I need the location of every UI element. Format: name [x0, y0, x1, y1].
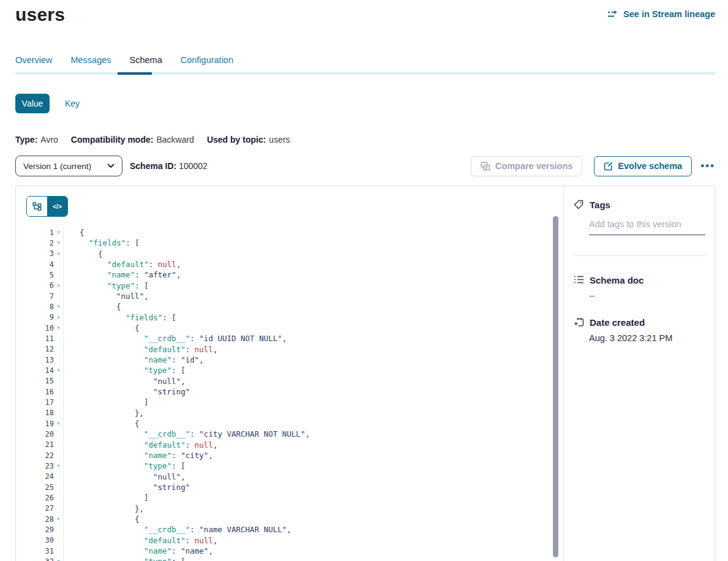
fold-toggle-icon[interactable]: ▼ [54, 301, 64, 312]
compare-versions-button[interactable]: Compare versions [471, 156, 583, 176]
stream-lineage-link[interactable]: See in Stream lineage [607, 9, 715, 19]
line-number: 5 [16, 271, 54, 279]
line-number: 7 [16, 292, 54, 301]
code-text: "default": null, [64, 260, 554, 269]
tree-view-button[interactable] [27, 197, 47, 216]
line-number: 2 [16, 239, 54, 247]
key-toggle-button[interactable]: Key [65, 99, 80, 108]
fold-spacer [54, 524, 64, 535]
fold-toggle-icon[interactable]: ▼ [54, 418, 64, 429]
line-number: 14 [16, 366, 54, 375]
code-line: 27}, [16, 503, 554, 514]
code-line: 17] [16, 397, 554, 407]
schema-doc-value: -- [589, 291, 705, 301]
line-number: 26 [16, 494, 54, 502]
line-number: 4 [16, 260, 54, 269]
chevron-down-icon [107, 164, 114, 168]
code-text: ] [64, 493, 554, 502]
tag-icon [574, 200, 584, 210]
version-select[interactable]: Version 1 (current) [15, 156, 122, 176]
tab-overview[interactable]: Overview [15, 55, 52, 65]
fold-spacer [54, 472, 64, 482]
fold-toggle-icon[interactable]: ▼ [54, 312, 64, 323]
fold-spacer [54, 376, 64, 386]
line-number: 32 [16, 557, 54, 561]
code-line: 22"name": "city", [16, 450, 554, 461]
line-number: 31 [16, 547, 54, 555]
code-text: "default": null, [64, 440, 554, 450]
code-line: 11"__crdb__": "id UUID NOT NULL", [16, 333, 554, 344]
fold-toggle-icon[interactable]: ▼ [54, 323, 64, 333]
fold-toggle-icon[interactable]: ▼ [54, 556, 64, 561]
code-line: 12"default": null, [16, 344, 554, 355]
type-value: Avro [40, 135, 58, 145]
date-created-title: Date created [590, 317, 645, 328]
code-text: "fields": [ [64, 238, 554, 247]
code-text: "__crdb__": "name VARCHAR NULL", [64, 525, 554, 534]
code-text: { [64, 514, 554, 524]
code-line: 1▼{ [16, 227, 554, 238]
line-number: 23 [16, 462, 54, 470]
code-text: "type": [ [64, 461, 554, 470]
code-line: 25"string" [16, 482, 554, 492]
code-text: { [64, 228, 554, 237]
fold-toggle-icon[interactable]: ▼ [54, 227, 64, 238]
code-text: "null", [64, 292, 554, 301]
line-number: 12 [16, 345, 54, 353]
code-line: 31"name": "name", [16, 546, 554, 556]
fold-toggle-icon[interactable]: ▼ [54, 461, 64, 471]
code-line: 9▼"fields": [ [16, 312, 554, 323]
line-number: 3 [16, 249, 54, 258]
evolve-schema-button[interactable]: Evolve schema [594, 156, 692, 176]
fold-toggle-icon[interactable]: ▼ [54, 514, 64, 524]
code-text: "fields": [ [64, 313, 554, 322]
line-number: 21 [16, 440, 54, 449]
compare-versions-label: Compare versions [495, 161, 573, 171]
code-text: "name": "id", [64, 355, 554, 364]
line-number: 8 [16, 303, 54, 311]
fold-toggle-icon[interactable]: ▼ [54, 280, 64, 291]
tab-messages[interactable]: Messages [70, 55, 111, 65]
code-line: 26] [16, 492, 554, 503]
add-tags-input[interactable] [589, 219, 705, 235]
line-number: 13 [16, 356, 54, 364]
code-line: 13"name": "id", [16, 355, 554, 365]
code-line: 10▼{ [16, 323, 554, 333]
code-view-button[interactable]: </> [47, 197, 67, 216]
tab-schema[interactable]: Schema [130, 55, 162, 65]
fold-spacer [54, 344, 64, 355]
code-text: "string" [64, 387, 554, 396]
line-number: 10 [16, 324, 54, 333]
code-text: "name": "after", [64, 270, 554, 279]
tab-bar: Overview Messages Schema Configuration [15, 55, 252, 65]
schema-id-label: Schema ID: [130, 161, 176, 171]
code-text: "type": [ [64, 557, 554, 561]
code-line: 18}, [16, 408, 554, 418]
code-line: 16"string" [16, 386, 554, 397]
value-key-toggle: Value Key [15, 94, 80, 113]
evolve-schema-label: Evolve schema [618, 161, 682, 171]
fold-spacer [54, 440, 64, 450]
schema-code-pane: </> 1▼{2▼"fields": [3▼{4"default": null,… [16, 186, 564, 561]
value-toggle-button[interactable]: Value [15, 94, 50, 113]
topic-link[interactable]: users [269, 135, 290, 145]
vertical-scrollbar-thumb[interactable] [553, 216, 558, 557]
fold-toggle-icon[interactable]: ▼ [54, 365, 64, 375]
version-bar: Version 1 (current) Schema ID: 100002 Co… [15, 156, 715, 176]
more-options-button[interactable]: ••• [700, 163, 715, 169]
code-line: 4"default": null, [16, 259, 554, 269]
page-title: users [15, 4, 65, 25]
code-line: 6▼"type": [ [16, 280, 554, 291]
line-number: 25 [16, 483, 54, 492]
code-text: "null", [64, 472, 554, 481]
schema-doc-icon [574, 275, 584, 285]
fold-toggle-icon[interactable]: ▼ [54, 249, 64, 259]
code-line: 20"__crdb__": "city VARCHAR NOT NULL", [16, 429, 554, 439]
code-text: "default": null, [64, 345, 554, 354]
tab-configuration[interactable]: Configuration [181, 55, 233, 65]
code-line: 28▼{ [16, 514, 554, 524]
code-line: 30"default": null, [16, 535, 554, 546]
evolve-schema-icon [604, 162, 613, 171]
fold-toggle-icon[interactable]: ▼ [54, 238, 64, 248]
tree-view-icon [32, 202, 42, 211]
